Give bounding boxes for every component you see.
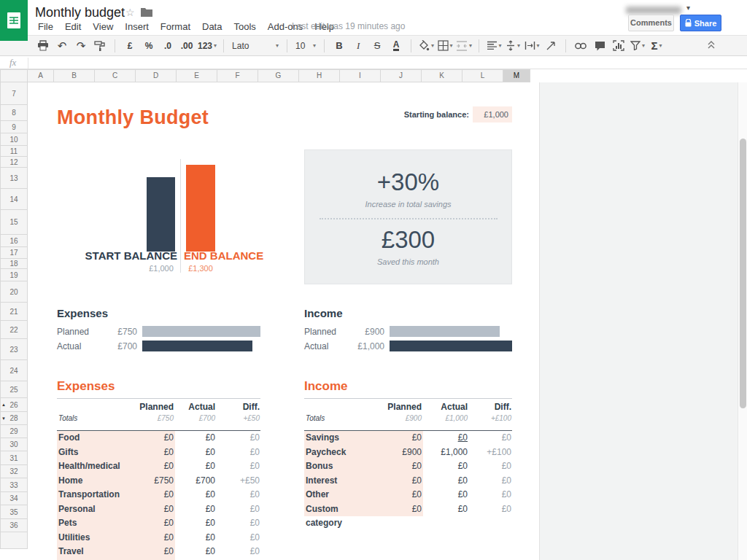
column-header[interactable]: E <box>176 69 217 82</box>
row-header[interactable]: 8 <box>0 104 28 121</box>
merge-cells-button[interactable]: ▾ <box>456 38 472 54</box>
row-header[interactable]: 36 <box>0 518 28 532</box>
table-row[interactable]: Pets £0 £0 £0 <box>57 516 260 531</box>
row-header[interactable]: ▲ 26 <box>0 397 28 412</box>
menu-item[interactable]: Edit <box>59 20 87 34</box>
text-wrap-button[interactable]: ▾ <box>524 38 540 54</box>
cell-actual[interactable]: £0 <box>175 516 217 531</box>
cell-planned[interactable]: £0 <box>124 446 175 460</box>
insert-comment-button[interactable] <box>592 38 608 54</box>
table-row[interactable]: Gifts £0 £0 £0 <box>57 446 260 460</box>
column-header[interactable]: B <box>53 69 95 82</box>
row-header[interactable]: 34 <box>0 491 28 505</box>
column-header[interactable]: H <box>298 69 340 82</box>
cell-actual[interactable]: £0 <box>423 474 469 489</box>
cell-category[interactable]: Personal <box>57 502 124 517</box>
summary-row[interactable]: Actual £700 <box>57 341 260 351</box>
table-row[interactable]: Food £0 £0 £0 <box>57 431 260 446</box>
cell-actual[interactable]: £1,000 <box>423 446 469 460</box>
row-group-collapse-icon[interactable]: ▼ <box>1 416 6 421</box>
cell-planned[interactable]: £0 <box>124 531 175 545</box>
summary-row[interactable]: Planned £900 <box>304 326 512 337</box>
menu-item[interactable]: Tools <box>228 20 261 34</box>
cell-category[interactable]: Gifts <box>57 446 124 460</box>
decrease-decimals-button[interactable]: .0 <box>160 38 176 54</box>
font-size-dropdown[interactable]: 10▾ <box>293 38 319 54</box>
paint-format-button[interactable] <box>92 38 108 54</box>
column-header[interactable]: A <box>27 69 54 82</box>
cell-actual[interactable]: £0 <box>175 502 217 517</box>
column-header[interactable]: M <box>503 69 530 82</box>
income-summary-title[interactable]: Income <box>304 307 512 319</box>
table-row[interactable]: Personal £0 £0 £0 <box>57 502 260 517</box>
cell-category[interactable]: Bonus <box>304 459 376 474</box>
cell-category[interactable]: Other <box>304 488 376 502</box>
row-header[interactable]: 23 <box>0 338 28 360</box>
insert-chart-button[interactable] <box>611 38 627 54</box>
currency-format-button[interactable]: £ <box>122 38 138 54</box>
cell-diff[interactable]: £0 <box>217 459 260 474</box>
row-header[interactable]: ▼ 28 <box>0 411 28 425</box>
scrollbar-thumb[interactable] <box>740 139 746 408</box>
expenses-summary-title[interactable]: Expenses <box>57 307 260 319</box>
cell-planned[interactable]: £0 <box>376 431 423 446</box>
column-header[interactable]: D <box>135 69 177 82</box>
account-name-blurred[interactable] <box>626 7 681 14</box>
table-row[interactable]: Interest £0 £0 £0 <box>304 474 512 489</box>
column-header[interactable]: K <box>421 69 462 82</box>
summary-row[interactable]: Actual £1,000 <box>304 341 512 351</box>
expenses-table-title[interactable]: Expenses <box>57 379 260 397</box>
row-header[interactable]: 25 <box>0 381 28 398</box>
totals-row[interactable]: Totals £900 £1,000 +£100 <box>304 414 512 426</box>
row-header[interactable]: 21 <box>0 302 28 321</box>
increase-decimals-button[interactable]: .00 <box>179 38 195 54</box>
cell-actual[interactable]: £0 <box>175 446 217 460</box>
cell-actual[interactable]: £0 <box>175 531 217 545</box>
table-row[interactable]: Other £0 £0 £0 <box>304 488 512 502</box>
cell-diff[interactable]: £0 <box>469 459 512 474</box>
menu-item[interactable]: Data <box>196 20 228 34</box>
cell-diff[interactable]: £0 <box>217 502 260 517</box>
italic-button[interactable]: I <box>350 38 366 54</box>
cell-actual[interactable]: £0 <box>175 459 217 474</box>
col-diff[interactable]: Diff. <box>469 402 512 414</box>
cell-actual[interactable]: £0 <box>423 488 469 502</box>
row-header-partial[interactable] <box>0 532 28 549</box>
cell-planned[interactable]: £0 <box>124 545 175 559</box>
cell-category[interactable]: Interest <box>304 474 376 489</box>
row-header[interactable]: 35 <box>0 505 28 519</box>
row-header[interactable]: 30 <box>0 438 28 451</box>
vertical-align-button[interactable]: ▾ <box>505 38 521 54</box>
font-family-dropdown[interactable]: Lato▾ <box>229 38 282 54</box>
cell-diff[interactable]: £0 <box>217 431 260 446</box>
table-row[interactable]: Home £750 £700 +£50 <box>57 474 260 489</box>
savings-summary-box[interactable]: +30% Increase in total savings £300 Save… <box>304 149 512 284</box>
row-header[interactable]: 12 <box>0 156 28 168</box>
cell-planned[interactable]: £900 <box>376 446 423 460</box>
row-header[interactable]: 29 <box>0 424 28 438</box>
redo-button[interactable]: ↷ <box>73 38 89 54</box>
row-header[interactable]: 24 <box>0 359 28 381</box>
table-row[interactable]: Savings £0 £0 £0 <box>304 431 512 446</box>
cell-actual[interactable]: £0 <box>423 459 469 474</box>
print-button[interactable] <box>35 38 51 54</box>
table-row[interactable]: Health/medical £0 £0 £0 <box>57 459 260 474</box>
col-actual[interactable]: Actual <box>423 402 469 414</box>
column-header[interactable]: I <box>339 69 381 82</box>
income-table-title[interactable]: Income <box>304 379 512 397</box>
cell-category[interactable]: Utilities <box>57 531 124 545</box>
functions-button[interactable]: Σ▾ <box>649 38 665 54</box>
horizontal-align-button[interactable]: ▾ <box>486 38 502 54</box>
menu-item[interactable]: File <box>32 20 59 34</box>
cell-diff[interactable]: £0 <box>217 516 260 531</box>
document-title[interactable]: Monthly budget <box>35 5 125 20</box>
row-header[interactable]: 17 <box>0 246 28 259</box>
cell-planned[interactable]: £0 <box>376 474 423 489</box>
account-caret-icon[interactable]: ▾ <box>686 4 690 12</box>
column-header[interactable]: J <box>380 69 422 82</box>
row-header[interactable]: 9 <box>0 120 28 133</box>
row-header[interactable]: 18 <box>0 258 28 269</box>
end-balance-bar[interactable] <box>186 165 215 252</box>
column-header[interactable]: F <box>217 69 258 82</box>
percent-format-button[interactable]: % <box>141 38 157 54</box>
